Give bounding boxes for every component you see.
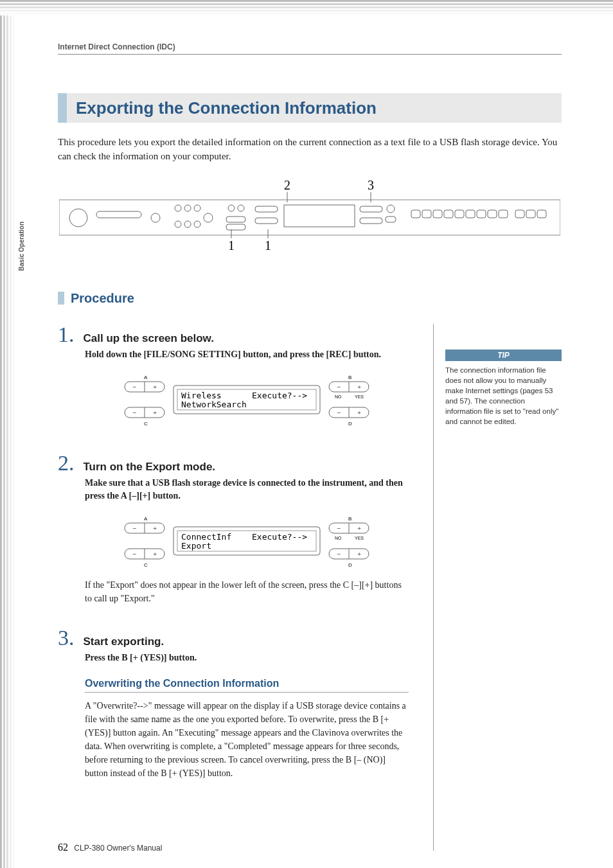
step-title: Turn on the Export mode.	[84, 461, 216, 474]
svg-point-13	[238, 205, 244, 211]
page-footer: 62 CLP-380 Owner's Manual	[58, 842, 162, 853]
svg-point-1	[69, 209, 87, 227]
control-panel-figure: 1 1	[58, 179, 562, 259]
page-title-bar: Exporting the Connection Information	[58, 93, 562, 123]
subheading: Overwriting the Connection Information	[85, 678, 409, 693]
page-title: Exporting the Connection Information	[67, 93, 377, 123]
svg-point-4	[175, 205, 181, 211]
svg-rect-18	[255, 218, 278, 224]
svg-point-22	[387, 205, 395, 213]
procedure-accent	[58, 292, 64, 305]
svg-rect-32	[477, 210, 486, 218]
svg-rect-26	[411, 210, 420, 218]
procedure-heading: Procedure	[58, 291, 562, 306]
callout-2: 2	[284, 179, 290, 192]
svg-text:YES: YES	[355, 394, 364, 399]
svg-text:Execute?-->: Execute?-->	[252, 532, 307, 542]
svg-text:B: B	[348, 375, 351, 380]
subsection-text: A "Overwrite?-->" message will appear on…	[85, 699, 409, 780]
svg-rect-2	[96, 211, 141, 218]
svg-text:C: C	[144, 421, 148, 427]
svg-rect-29	[444, 210, 453, 218]
top-gradient-rule	[0, 0, 613, 15]
left-gradient-rule	[0, 15, 15, 868]
svg-point-9	[194, 221, 200, 227]
svg-rect-35	[515, 210, 524, 218]
svg-rect-28	[433, 210, 442, 218]
svg-text:+: +	[357, 550, 361, 558]
svg-text:C: C	[144, 562, 148, 568]
step-title: Call up the screen below.	[84, 332, 214, 345]
svg-rect-37	[537, 210, 546, 218]
svg-text:D: D	[348, 421, 352, 427]
step-1: 1. Call up the screen below. Hold down t…	[58, 324, 409, 430]
step-2: 2. Turn on the Export mode. Make sure th…	[58, 452, 409, 606]
manual-title: CLP-380 Owner's Manual	[74, 844, 162, 853]
svg-rect-17	[255, 206, 278, 212]
lcd-figure-1: A B C D −+ −+	[85, 373, 409, 430]
sidebar-column: TIP The connection information file does…	[433, 324, 562, 851]
callout-1b: 1	[265, 238, 271, 252]
svg-rect-36	[526, 210, 535, 218]
svg-rect-31	[466, 210, 475, 218]
panel-svg: 1 1	[59, 179, 560, 256]
svg-text:ConnectInf: ConnectInf	[181, 532, 231, 542]
tip-text: The connection information file does not…	[445, 365, 562, 427]
svg-text:−: −	[132, 524, 136, 532]
svg-text:+: +	[357, 383, 361, 391]
svg-text:YES: YES	[355, 536, 364, 540]
svg-text:+: +	[153, 550, 157, 558]
svg-text:NO: NO	[335, 536, 342, 540]
tip-box: TIP The connection information file does…	[445, 350, 562, 427]
svg-text:NetworkSearch: NetworkSearch	[181, 400, 247, 409]
side-tab-label: Basic Operation	[18, 222, 25, 271]
svg-rect-20	[360, 206, 382, 212]
step-number: 2.	[58, 452, 75, 474]
page-number: 62	[58, 842, 68, 853]
svg-rect-27	[422, 210, 431, 218]
step-instruction: Press the B [+ (YES)] button.	[85, 651, 409, 664]
step-title: Start exporting.	[84, 635, 164, 648]
svg-point-10	[204, 213, 213, 222]
svg-text:Execute?-->: Execute?-->	[252, 391, 307, 400]
svg-text:−: −	[337, 409, 341, 416]
breadcrumb: Internet Direct Connection (IDC)	[58, 42, 562, 55]
svg-text:−: −	[132, 550, 136, 558]
svg-text:−: −	[132, 409, 136, 416]
svg-rect-19	[284, 205, 355, 227]
svg-rect-14	[226, 217, 245, 222]
svg-text:−: −	[132, 383, 136, 391]
svg-text:+: +	[153, 409, 157, 416]
svg-text:+: +	[357, 409, 361, 416]
step-number: 3.	[58, 627, 75, 649]
lcd-figure-2: A B C D −+ −+	[85, 514, 409, 572]
svg-text:A: A	[144, 516, 148, 522]
svg-text:+: +	[357, 524, 361, 532]
step-3: 3. Start exporting. Press the B [+ (YES)…	[58, 627, 409, 779]
step-instruction: Hold down the [FILE/SONG SETTING] button…	[85, 348, 409, 361]
steps-column: 1. Call up the screen below. Hold down t…	[58, 324, 409, 851]
svg-text:B: B	[348, 516, 351, 522]
svg-rect-23	[386, 217, 396, 222]
svg-text:−: −	[337, 383, 341, 391]
tip-label: TIP	[445, 350, 562, 361]
svg-point-5	[184, 205, 191, 211]
svg-point-6	[194, 205, 200, 211]
svg-text:+: +	[153, 383, 157, 391]
svg-rect-21	[360, 218, 382, 224]
svg-rect-15	[226, 224, 245, 230]
svg-text:+: +	[153, 524, 157, 532]
callout-3: 3	[368, 179, 374, 192]
page-content: Internet Direct Connection (IDC) Exporti…	[0, 15, 613, 868]
svg-text:−: −	[337, 524, 341, 532]
svg-point-12	[228, 205, 235, 211]
intro-paragraph: This procedure lets you export the detai…	[58, 136, 562, 164]
svg-rect-30	[455, 210, 464, 218]
svg-point-7	[175, 221, 181, 227]
step-instruction: Make sure that a USB flash storage devic…	[85, 477, 409, 503]
title-accent	[58, 93, 67, 123]
procedure-label: Procedure	[71, 291, 134, 306]
svg-text:A: A	[144, 375, 148, 380]
svg-point-8	[184, 221, 191, 227]
step-note: If the "Export" does not appear in the l…	[85, 578, 409, 605]
